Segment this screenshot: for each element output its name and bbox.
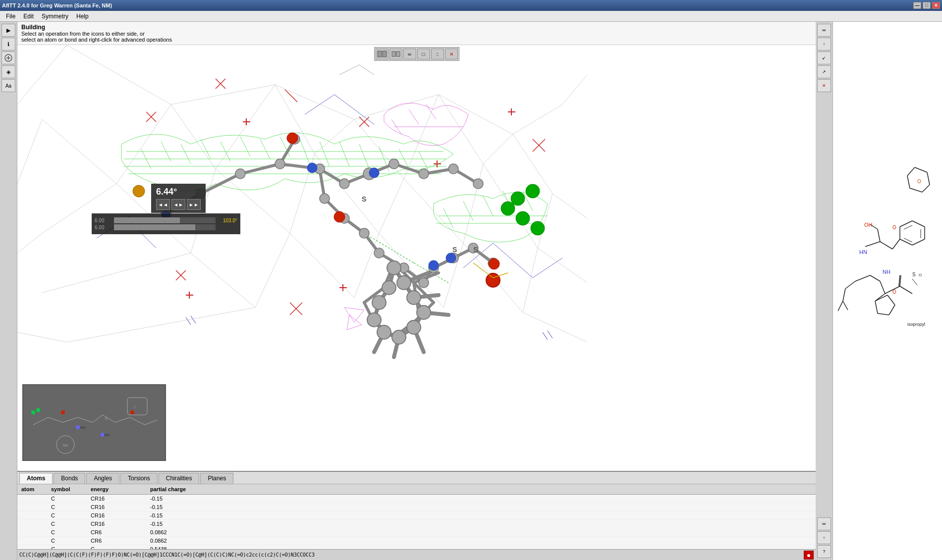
right-tool-close[interactable]: ✕ [817, 79, 831, 92]
col-atom: atom [19, 485, 49, 493]
angle-display: 6.44° ◄◄ ◄► ►► [151, 184, 206, 213]
menu-edit[interactable]: Edit [19, 12, 38, 21]
tab-torsions[interactable]: Torsions [120, 473, 158, 484]
svg-point-171 [429, 260, 439, 270]
svg-text:NH: NH [80, 425, 86, 430]
svg-text:O: O [105, 417, 108, 420]
table-row[interactable]: C CR6 0.0862 [17, 528, 816, 537]
slider-2-track[interactable] [114, 224, 216, 230]
svg-point-234 [36, 408, 40, 412]
tool-info[interactable]: ℹ [1, 38, 15, 51]
svg-point-156 [448, 164, 458, 174]
close-button[interactable]: ✕ [932, 2, 940, 9]
svg-point-233 [31, 410, 35, 414]
titlebar-controls: — □ ✕ [913, 2, 940, 9]
top-tool-close[interactable]: ✕ [445, 49, 458, 59]
svg-text:NH: NH [63, 444, 68, 447]
right-tool-5[interactable]: ⇔ [817, 517, 831, 530]
window-title: AfITT 2.4.0 for Greg Warren (Santa Fe, N… [2, 2, 112, 8]
svg-point-150 [275, 159, 285, 169]
right-tool-4[interactable]: ↗ [817, 65, 831, 78]
angle-prev-prev[interactable]: ◄◄ [156, 199, 170, 210]
tab-planes[interactable]: Planes [200, 473, 233, 484]
col-symbol: symbol [49, 485, 89, 493]
menu-help[interactable]: Help [72, 12, 93, 21]
slider-1-label: 6.00 [95, 218, 112, 223]
svg-point-164 [419, 278, 429, 288]
menubar: File Edit Symmetry Help [0, 11, 942, 22]
svg-text:OH: OH [864, 222, 873, 228]
svg-rect-223 [23, 385, 166, 461]
slider-panel: 6.00 103.0° 6.00 [92, 213, 240, 234]
angle-value: 6.44° [156, 187, 201, 197]
svg-rect-5 [392, 51, 395, 56]
svg-text:O: O [917, 179, 921, 184]
top-toolbar: ∞ □ :: ✕ [374, 47, 459, 61]
svg-text:O: O [133, 405, 136, 409]
right-tool-6[interactable]: ↑ [817, 531, 831, 544]
angle-prev[interactable]: ◄► [171, 199, 185, 210]
svg-text:HN: HN [859, 249, 867, 255]
slider-2-label: 6.00 [95, 225, 112, 230]
tool-text[interactable]: Aa [1, 79, 15, 92]
svg-point-203 [397, 276, 411, 290]
menu-file[interactable]: File [2, 12, 19, 21]
svg-point-157 [473, 179, 483, 189]
slider-1-track[interactable] [114, 217, 216, 223]
svg-point-237 [61, 410, 65, 414]
center-area: Building Select an operation from the ic… [17, 22, 816, 560]
svg-point-182 [516, 211, 530, 225]
svg-text:S: S [362, 195, 366, 203]
svg-point-170 [369, 168, 379, 178]
slider-1-value: 103.0° [218, 218, 237, 223]
table-row[interactable]: C CR16 -0.15 [17, 503, 816, 511]
svg-point-162 [374, 248, 384, 258]
table-header: atom symbol energy partial charge [17, 484, 816, 495]
svg-point-159 [320, 194, 330, 204]
angle-next-next[interactable]: ►► [187, 199, 201, 210]
svg-text:NH: NH [883, 269, 890, 275]
right-tool-3[interactable]: ↙ [817, 51, 831, 64]
statusbar: CC(C)C@@H](C@@H](C(C(F)(F)F)(F)F)O)NC(=O… [17, 549, 816, 560]
minimize-button[interactable]: — [913, 2, 921, 9]
top-tool-2[interactable] [389, 49, 402, 59]
tab-atoms[interactable]: Atoms [19, 473, 53, 484]
tool-build[interactable] [1, 51, 15, 64]
top-tool-link[interactable]: ∞ [403, 49, 416, 59]
tool-fragment[interactable]: ◈ [1, 65, 15, 78]
table-row[interactable]: C CR16 -0.15 [17, 495, 816, 503]
svg-text:S: S [452, 246, 457, 254]
stop-button[interactable]: ● [804, 551, 814, 560]
svg-point-238 [130, 410, 134, 414]
menu-symmetry[interactable]: Symmetry [38, 12, 72, 21]
right-tool-2[interactable]: ↑ [817, 38, 831, 51]
svg-point-212 [486, 273, 500, 287]
svg-point-149 [235, 169, 245, 179]
tab-chiralities[interactable]: Chiralities [159, 473, 200, 484]
svg-point-206 [407, 320, 421, 334]
table-row[interactable]: C CR16 -0.15 [17, 520, 816, 528]
svg-point-183 [531, 221, 545, 235]
top-tool-grid[interactable]: :: [431, 49, 444, 59]
table-row[interactable]: C C 0.5438 [17, 545, 816, 549]
left-toolbar: ▶ ℹ ◈ Aa [0, 22, 17, 560]
top-tool-1[interactable] [376, 49, 388, 59]
angle-controls: ◄◄ ◄► ►► [156, 199, 201, 210]
table-row[interactable]: C CR6 0.0862 [17, 537, 816, 545]
viewport[interactable]: ∞ □ :: ✕ [17, 45, 816, 471]
right-tool-1[interactable]: ⇔ [817, 24, 831, 37]
svg-point-202 [387, 261, 401, 275]
svg-point-185 [526, 184, 540, 198]
table-row[interactable]: C CR16 -0.15 [17, 511, 816, 520]
col-charge: partial charge [148, 485, 222, 493]
tab-bar: Atoms Bonds Angles Torsions Chiralities … [17, 472, 816, 484]
tab-bonds[interactable]: Bonds [54, 473, 85, 484]
svg-rect-6 [396, 51, 400, 56]
right-tool-help[interactable]: ? [817, 545, 831, 558]
top-tool-frame[interactable]: □ [417, 49, 430, 59]
svg-rect-3 [378, 51, 382, 57]
tab-angles[interactable]: Angles [86, 473, 119, 484]
tool-pointer[interactable]: ▶ [1, 24, 15, 37]
svg-text:O: O [919, 273, 922, 277]
maximize-button[interactable]: □ [923, 2, 931, 9]
